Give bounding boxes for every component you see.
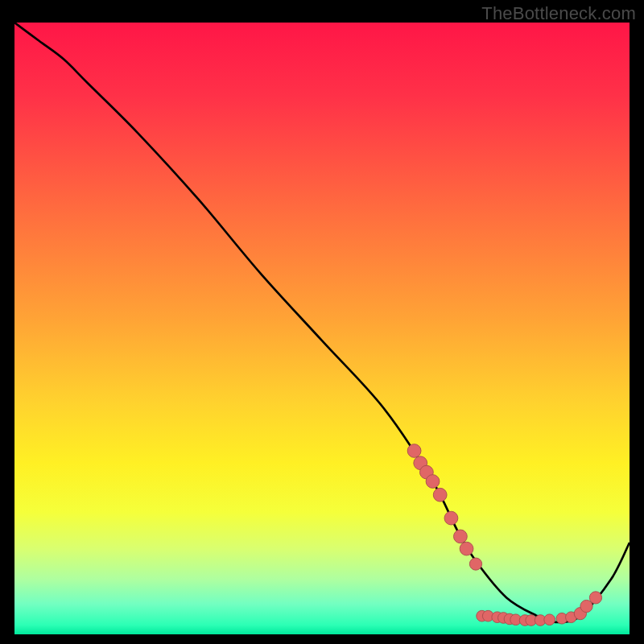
data-marker [444, 511, 458, 525]
data-marker [544, 614, 555, 625]
data-marker [407, 444, 421, 458]
chart-frame: TheBottleneck.com [0, 0, 644, 644]
data-marker [460, 542, 473, 555]
data-marker [589, 592, 601, 604]
watermark-text: TheBottleneck.com [481, 3, 636, 24]
data-marker [433, 488, 447, 502]
data-marker [580, 600, 592, 612]
data-marker [469, 558, 481, 570]
gradient-background [14, 23, 630, 634]
chart-plot [14, 23, 630, 634]
data-marker [453, 530, 467, 543]
chart-svg [14, 23, 630, 634]
data-marker [426, 475, 440, 489]
